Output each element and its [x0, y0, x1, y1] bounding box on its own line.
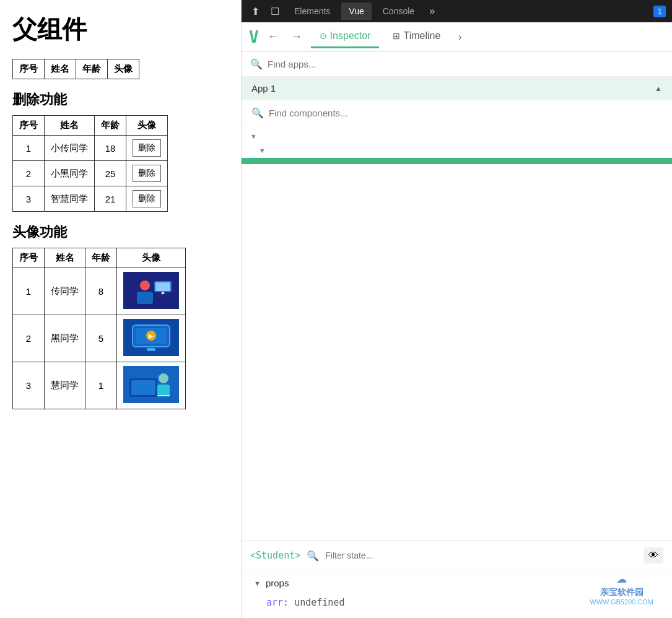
cell-id: 2	[13, 161, 45, 186]
cell-age: 5	[85, 315, 117, 362]
find-components-input[interactable]	[269, 108, 662, 118]
devtools-topbar: ⬆ ☐ Elements Vue Console » 1	[242, 0, 672, 22]
device-icon-btn[interactable]: ☐	[267, 4, 283, 19]
avatar-col-age: 年龄	[85, 248, 117, 268]
delete-col-age: 年龄	[95, 116, 126, 136]
tab-inspector[interactable]: ⊙ Inspector	[311, 25, 380, 48]
avatar-col-name: 姓名	[45, 248, 85, 268]
delete-col-id: 序号	[13, 116, 45, 136]
cell-name: 黑同学	[45, 315, 85, 362]
component-tree: ▼ ▼	[242, 123, 672, 541]
tree-arrow-icon: ▼	[251, 133, 256, 141]
delete-col-avatar: 头像	[126, 116, 168, 136]
cell-avatar	[117, 362, 186, 409]
svg-point-15	[159, 373, 168, 383]
svg-rect-11	[147, 348, 155, 351]
tab-console[interactable]: Console	[375, 2, 422, 20]
nav-forward-btn[interactable]: →	[287, 29, 306, 45]
cell-age: 18	[95, 136, 126, 161]
watermark-url: WWW.GB5200.COM	[590, 598, 653, 606]
cell-name: 慧同学	[45, 362, 85, 409]
svg-point-1	[140, 281, 150, 290]
cell-id: 1	[13, 136, 45, 161]
table-row: 2 小黑同学 25 删除	[13, 161, 168, 186]
svg-rect-16	[157, 385, 170, 396]
prop-colon: :	[283, 597, 294, 608]
vue-toolbar: V ← → ⊙ Inspector ⊞ Timeline ›	[242, 22, 672, 52]
collapse-arrow-icon: ▲	[655, 84, 662, 93]
nav-back-btn[interactable]: ←	[264, 29, 282, 45]
tree-item[interactable]: ▼	[242, 144, 672, 158]
timeline-icon: ⊞	[393, 31, 400, 41]
find-components-bar: 🔍	[242, 100, 672, 123]
props-expand-arrow: ▼	[254, 580, 261, 587]
avatar-table: 序号 姓名 年龄 头像 1 传同学 8 ▶ 2 黑同学 5 ▶ 3 慧同学 1	[12, 248, 186, 409]
filter-search-icon: 🔍	[307, 550, 319, 562]
delete-button[interactable]: 删除	[133, 190, 161, 207]
cell-id: 3	[13, 186, 45, 212]
svg-rect-14	[131, 380, 155, 395]
watermark: ☁ 亲宝软件园 WWW.GB5200.COM	[590, 567, 653, 606]
tab-inspector-label: Inspector	[330, 30, 371, 41]
delete-button[interactable]: 删除	[133, 165, 161, 182]
watermark-cloud-icon: ☁	[590, 567, 653, 587]
header-table: 序号 姓名 年龄 头像	[12, 59, 139, 79]
watermark-site-name: 亲宝软件园	[590, 587, 653, 598]
tree-item[interactable]	[242, 170, 672, 176]
prop-value: undefined	[294, 597, 344, 608]
delete-table: 序号 姓名 年龄 头像 1 小传同学 18 删除 2 小黑同学 25 删除 3 …	[12, 115, 168, 212]
cell-delete-btn[interactable]: 删除	[126, 186, 168, 212]
cell-name: 小传同学	[45, 136, 95, 161]
find-apps-bar: 🔍	[242, 52, 672, 77]
props-label: props	[266, 578, 289, 588]
avatar-section-title: 头像功能	[12, 223, 229, 242]
cell-delete-btn[interactable]: 删除	[126, 136, 168, 161]
col-header-age: 年龄	[76, 59, 108, 79]
delete-col-name: 姓名	[45, 116, 95, 136]
cell-delete-btn[interactable]: 删除	[126, 161, 168, 186]
col-header-id: 序号	[13, 59, 45, 79]
cell-age: 25	[95, 161, 126, 186]
tree-item[interactable]	[242, 158, 672, 164]
table-row: 2 黑同学 5 ▶	[13, 315, 186, 362]
app1-label: App 1	[251, 83, 276, 94]
cell-age: 21	[95, 186, 126, 212]
cell-avatar: ▶	[117, 315, 186, 362]
right-panel: ⬆ ☐ Elements Vue Console » 1 V ← → ⊙ Ins…	[242, 0, 672, 618]
cell-age: 8	[85, 268, 117, 315]
table-row: 1 传同学 8 ▶	[13, 268, 186, 315]
cell-id: 1	[13, 268, 45, 315]
cell-name: 小黑同学	[45, 161, 95, 186]
app1-bar[interactable]: App 1 ▲	[242, 77, 672, 100]
find-components-search-icon: 🔍	[251, 107, 264, 119]
cursor-icon-btn[interactable]: ⬆	[248, 4, 263, 19]
avatar-col-avatar: 头像	[117, 248, 186, 268]
chat-badge: 1	[653, 6, 666, 17]
tab-timeline-label: Timeline	[403, 30, 440, 41]
tree-item[interactable]	[242, 164, 672, 170]
prop-key: arr	[266, 597, 283, 608]
svg-text:▶: ▶	[149, 333, 154, 339]
table-row: 3 慧同学 1	[13, 362, 186, 409]
filter-state-input[interactable]	[325, 551, 637, 560]
table-row: 1 小传同学 18 删除	[13, 136, 168, 161]
delete-section-title: 删除功能	[12, 90, 229, 109]
tab-vue[interactable]: Vue	[341, 2, 371, 20]
svg-rect-2	[137, 292, 153, 304]
delete-button[interactable]: 删除	[133, 139, 161, 157]
tab-elements[interactable]: Elements	[287, 2, 338, 20]
inspector-icon: ⊙	[320, 31, 327, 41]
left-panel: 父组件 序号 姓名 年龄 头像 删除功能 序号 姓名 年龄 头像 1 小传同学 …	[0, 0, 242, 618]
eye-button[interactable]: 👁	[644, 547, 663, 564]
tab-timeline[interactable]: ⊞ Timeline	[384, 25, 449, 48]
cell-avatar: ▶	[117, 268, 186, 315]
col-header-avatar: 头像	[108, 59, 139, 79]
tree-arrow-icon: ▼	[260, 147, 264, 155]
state-component-name: <Student>	[250, 550, 300, 561]
col-header-name: 姓名	[45, 59, 76, 79]
more-tabs-vue-btn[interactable]: ›	[454, 29, 466, 45]
svg-rect-4	[155, 282, 170, 291]
more-tabs-btn[interactable]: »	[425, 4, 439, 18]
find-apps-input[interactable]	[268, 59, 663, 69]
tree-item[interactable]: ▼	[242, 129, 672, 144]
